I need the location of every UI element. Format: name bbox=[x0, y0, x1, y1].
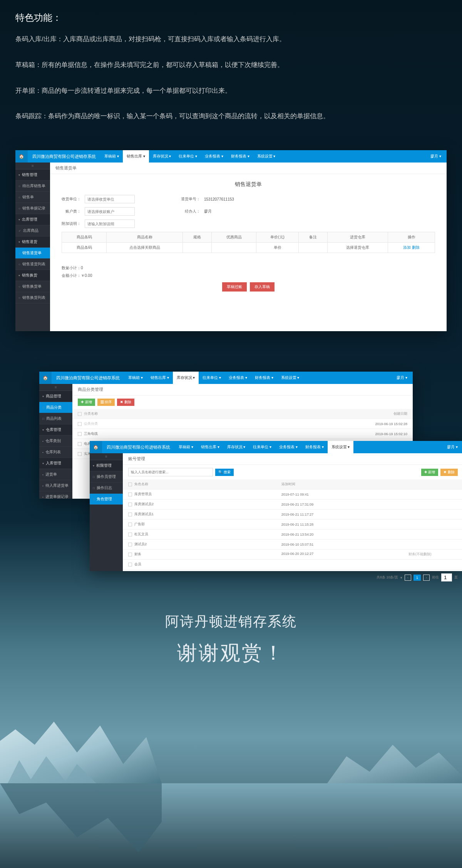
sidebar-item[interactable]: □商品列表 bbox=[39, 413, 72, 424]
search-input[interactable] bbox=[128, 468, 213, 476]
nav-item[interactable]: 销售出库 ▾ bbox=[123, 150, 149, 163]
nav-item[interactable]: 往来单位 ▾ bbox=[199, 372, 225, 384]
checkbox[interactable] bbox=[128, 543, 132, 546]
sidebar-item[interactable]: ○销售换货列表 bbox=[15, 292, 50, 303]
search-button[interactable]: 🔍 搜索 bbox=[215, 469, 234, 476]
sidebar-item[interactable]: ○销售单 bbox=[15, 192, 50, 203]
acct-input[interactable] bbox=[85, 207, 135, 216]
sidebar-item[interactable]: □操作日志 bbox=[90, 483, 123, 494]
sidebar-item[interactable]: •进货单 bbox=[39, 469, 72, 480]
table-row[interactable]: 库房测试员12019-06-21 11:17:27 bbox=[123, 509, 462, 519]
sidebar-item[interactable]: •进货单据记录 bbox=[39, 491, 72, 499]
nav-item[interactable]: 业务报表 ▾ bbox=[275, 441, 301, 453]
table-row[interactable]: 公共分类2019-06-19 15:02:28 bbox=[72, 419, 413, 429]
sidebar-item[interactable]: ○销售单据记录 bbox=[15, 203, 50, 214]
unit-input[interactable] bbox=[85, 195, 135, 203]
sort-button[interactable]: ☰ 排序 bbox=[97, 399, 115, 406]
sidebar-item[interactable]: ▾销售退货 bbox=[15, 236, 50, 248]
nav-item[interactable]: 销售出库 ▾ bbox=[197, 441, 223, 453]
checkbox[interactable] bbox=[128, 563, 132, 566]
nav-item[interactable]: 库存状况 ▾ bbox=[149, 150, 175, 163]
cell[interactable]: 单价 bbox=[256, 243, 298, 253]
user-menu[interactable]: 廖月 ▾ bbox=[391, 375, 413, 380]
nav-item[interactable]: 系统设置 ▾ bbox=[277, 372, 303, 384]
sidebar-item[interactable]: ○销售退货列表 bbox=[15, 259, 50, 270]
sidebar-item[interactable]: ▾权限管理 bbox=[90, 460, 123, 471]
table-row[interactable]: 测试员22019-06-10 15:07:51 bbox=[123, 540, 462, 550]
nav-item[interactable]: 财务报表 ▾ bbox=[227, 150, 253, 163]
cell[interactable]: 商品条码 bbox=[62, 243, 107, 253]
checkbox[interactable] bbox=[78, 442, 82, 446]
sidebar-item[interactable]: ▾仓库管理 bbox=[39, 424, 72, 436]
cell[interactable]: 点击选择关联商品 bbox=[107, 243, 183, 253]
nav-item[interactable]: 草稿箱 ▾ bbox=[100, 150, 123, 163]
home-icon[interactable]: 🏠 bbox=[90, 441, 102, 453]
table-row[interactable]: 杜瓦文员2019-06-21 13:54:20 bbox=[123, 530, 462, 540]
reason-input[interactable] bbox=[85, 220, 135, 228]
checkbox[interactable] bbox=[128, 513, 132, 516]
add-button[interactable]: ✚ 新增 bbox=[421, 469, 439, 476]
sidebar-item[interactable]: ▾出库管理 bbox=[15, 214, 50, 225]
nav-item[interactable]: 系统设置 ▾ bbox=[328, 441, 354, 453]
sidebar-item[interactable]: ○待出库销售单 bbox=[15, 181, 50, 192]
cell[interactable] bbox=[212, 243, 256, 253]
table-row[interactable]: 会员 bbox=[123, 560, 462, 570]
sidebar-toggle-icon[interactable]: ≡ bbox=[90, 453, 123, 460]
checkbox[interactable] bbox=[128, 553, 132, 556]
cell[interactable] bbox=[182, 243, 211, 253]
sidebar-toggle-icon[interactable]: ≡ bbox=[39, 384, 72, 391]
sidebar-item[interactable]: ○销售换货单 bbox=[15, 281, 50, 292]
nav-item[interactable]: 业务报表 ▾ bbox=[225, 372, 251, 384]
user-menu[interactable]: 廖月 ▾ bbox=[425, 154, 447, 159]
nav-item[interactable]: 财务报表 ▾ bbox=[301, 441, 328, 453]
row-action[interactable]: 添加 bbox=[403, 245, 411, 250]
checkbox[interactable] bbox=[78, 432, 82, 436]
sidebar-item[interactable]: ▾销售换货 bbox=[15, 270, 50, 281]
checkbox[interactable] bbox=[128, 523, 132, 526]
sidebar-item[interactable]: •待入库进货单 bbox=[39, 480, 72, 491]
home-icon[interactable]: 🏠 bbox=[15, 150, 28, 163]
sidebar-item[interactable]: ▾销售管理 bbox=[15, 169, 50, 181]
sidebar-item[interactable]: □操作员管理 bbox=[90, 471, 123, 483]
sidebar-item[interactable]: □角色管理 bbox=[90, 494, 123, 505]
table-row[interactable]: 库房测试员22019-06-21 17:31:09 bbox=[123, 499, 462, 509]
row-action[interactable]: 删除 bbox=[412, 245, 420, 250]
nav-item[interactable]: 库存状况 ▾ bbox=[223, 441, 249, 453]
nav-item[interactable]: 往来单位 ▾ bbox=[175, 150, 201, 163]
prev-page[interactable]: ‹ bbox=[405, 575, 411, 581]
sidebar-item[interactable]: •仓库类别 bbox=[39, 436, 72, 447]
checkbox[interactable] bbox=[128, 493, 132, 496]
table-row[interactable]: 财务2019-06-20 20:12:27财务(不能删除) bbox=[123, 550, 462, 560]
delete-button[interactable]: ✖ 删除 bbox=[117, 399, 134, 406]
sidebar-item[interactable]: •仓库列表 bbox=[39, 447, 72, 458]
nav-item[interactable]: 草稿箱 ▾ bbox=[124, 372, 147, 384]
nav-item[interactable]: 业务报表 ▾ bbox=[201, 150, 227, 163]
table-row[interactable]: 三角电缆2019-06-19 15:02:10 bbox=[72, 429, 413, 439]
page-size-icon[interactable]: ▾ bbox=[400, 576, 402, 580]
goto-input[interactable] bbox=[441, 573, 452, 581]
delete-button[interactable]: ✖ 删除 bbox=[440, 469, 458, 476]
table-row[interactable]: 广告部2019-06-21 11:15:28 bbox=[123, 519, 462, 530]
save-button[interactable]: 草稿过账 bbox=[222, 282, 247, 292]
checkbox[interactable] bbox=[78, 422, 82, 426]
table-row[interactable]: 库房管理员2019-07-11 09:41 bbox=[123, 489, 462, 499]
checkbox[interactable] bbox=[128, 533, 132, 536]
nav-item[interactable]: 往来单位 ▾ bbox=[249, 441, 275, 453]
draft-button[interactable]: 存入草稿 bbox=[250, 282, 275, 292]
checkbox[interactable] bbox=[128, 503, 132, 506]
sidebar-toggle-icon[interactable]: ≡ bbox=[15, 163, 50, 169]
sidebar-item[interactable]: ✓出库商品 bbox=[15, 225, 50, 236]
page-1[interactable]: 1 bbox=[413, 575, 421, 581]
cell[interactable] bbox=[298, 243, 327, 253]
sidebar-item[interactable]: □商品分类 bbox=[39, 402, 72, 413]
sidebar-item[interactable]: ▾商品管理 bbox=[39, 391, 72, 402]
checkbox[interactable] bbox=[78, 452, 82, 456]
sidebar-item[interactable]: ▾入库管理 bbox=[39, 458, 72, 469]
sidebar-item[interactable]: ○销售退货单 bbox=[15, 248, 50, 259]
nav-item[interactable]: 销售出库 ▾ bbox=[147, 372, 173, 384]
nav-item[interactable]: 财务报表 ▾ bbox=[251, 372, 277, 384]
nav-item[interactable]: 系统设置 ▾ bbox=[253, 150, 280, 163]
user-menu[interactable]: 廖月 ▾ bbox=[442, 444, 462, 450]
add-button[interactable]: ✚ 新增 bbox=[78, 399, 95, 406]
nav-item[interactable]: 库存状况 ▾ bbox=[173, 372, 199, 384]
